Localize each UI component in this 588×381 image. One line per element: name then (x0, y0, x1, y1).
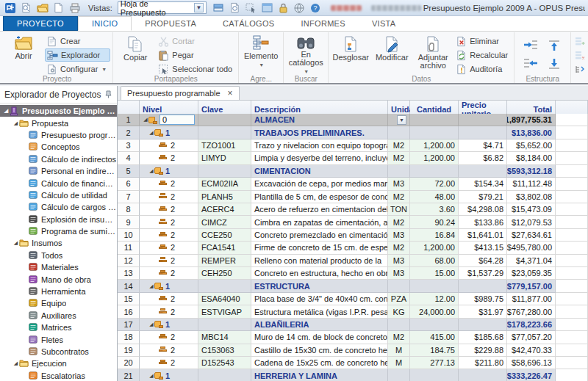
app-logo-icon[interactable] (3, 1, 17, 15)
filler-cell[interactable] (556, 331, 588, 344)
button-eliminar[interactable]: Eliminar (454, 35, 512, 48)
row-number[interactable]: 11 (118, 242, 140, 254)
cant-cell[interactable]: 1,200.00 (410, 139, 459, 152)
button-indent-right[interactable] (521, 37, 540, 54)
unidad-cell[interactable]: M2 (388, 191, 410, 203)
clave-cell[interactable] (198, 126, 251, 139)
select-cursor-icon[interactable] (244, 1, 258, 15)
filler-cell[interactable] (556, 319, 588, 331)
precio-cell[interactable]: $989.75 (459, 293, 507, 305)
cant-cell[interactable]: 68.00 (410, 255, 459, 267)
unidad-cell[interactable]: M2 (388, 139, 410, 152)
unidad-cell[interactable]: M3 (388, 178, 410, 190)
precio-cell[interactable]: $1,641.01 (459, 229, 507, 242)
cant-cell[interactable]: 1,200.00 (410, 152, 459, 164)
expand-triangle-icon[interactable]: ◢ (3, 108, 10, 114)
tree-item-fletes[interactable]: Fletes (0, 333, 117, 345)
row-number[interactable]: 16 (118, 305, 140, 318)
tree-item-ejecucion[interactable]: ◢Ejecucion (0, 358, 117, 369)
nivel-cell[interactable]: 2 (140, 344, 198, 357)
total-cell[interactable]: $5,652.00 (507, 139, 556, 152)
open-folder-small-icon[interactable] (35, 1, 49, 15)
nivel-cell[interactable]: ◢1 (140, 319, 198, 331)
button-desplegar[interactable]: Desplegar▼ (573, 62, 588, 76)
cant-cell[interactable]: 415.00 (410, 331, 459, 344)
row-number[interactable]: 9 (118, 216, 140, 228)
total-cell[interactable]: $333,226.47 (507, 369, 556, 381)
total-cell[interactable]: $11,112.48 (507, 178, 556, 190)
expand-triangle-icon[interactable]: ◢ (143, 117, 148, 123)
cant-cell[interactable] (410, 280, 459, 292)
expand-triangle-icon[interactable]: ◢ (148, 168, 154, 174)
total-cell[interactable]: $593,312.18 (507, 165, 556, 178)
row-number[interactable]: 6 (118, 178, 140, 190)
nivel-editbox[interactable]: 0 (159, 115, 195, 125)
button-configurar[interactable]: Configurar▼ (45, 62, 110, 76)
row-number[interactable]: 2 (118, 126, 140, 139)
nivel-cell[interactable]: 2 (140, 178, 198, 190)
desc-cell[interactable]: ALBAÑILERIA (251, 319, 388, 331)
tree-item-matrices[interactable]: Matrices (0, 322, 117, 333)
nivel-cell[interactable]: 2 (140, 139, 198, 152)
unidad-cell[interactable]: M2 (388, 152, 410, 164)
row-number[interactable]: 19 (118, 344, 140, 357)
cant-cell[interactable]: 16.84 (410, 229, 459, 242)
button-indent-left[interactable] (521, 56, 540, 72)
nivel-cell[interactable]: 2 (140, 357, 198, 369)
clave-cell[interactable]: ESTVIGAP (198, 305, 251, 318)
desc-cell[interactable]: Placa base de 3/4" de 40x40 cm. con 4 an… (251, 293, 388, 305)
filler-cell[interactable] (556, 344, 588, 357)
button-seleccionar-todo[interactable]: Seleccionar todo (157, 62, 236, 76)
chevron-down-icon[interactable]: ▼ (194, 3, 204, 12)
clave-cell[interactable]: ECM02IIA (198, 178, 251, 190)
tree-item-auxiliares[interactable]: Auxiliares (0, 310, 117, 322)
nivel-cell[interactable]: ◢1 (140, 126, 198, 139)
tab-inicio[interactable]: INICIO (78, 16, 132, 31)
total-cell[interactable]: $27,634.61 (507, 229, 556, 242)
row-number[interactable]: 4 (118, 152, 140, 164)
cant-cell[interactable]: 3.60 (410, 203, 459, 216)
tree-item-presupuesto-ejemplo-20[interactable]: ◢Presupuesto Ejemplo 20... (0, 105, 117, 117)
tab-catalogos[interactable]: CATÁLOGOS (209, 16, 287, 31)
row-number[interactable]: 21 (118, 369, 140, 381)
tree-item-propuesta[interactable]: ◢Propuesta (0, 117, 117, 128)
total-cell[interactable]: $58,696.13 (507, 357, 556, 369)
filler-cell[interactable] (556, 229, 588, 242)
pin-icon[interactable] (104, 90, 112, 98)
tree-item-todos[interactable]: Todos (0, 250, 117, 261)
clave-cell[interactable]: D152543 (198, 357, 251, 369)
tree-item-explosion-de-insumos[interactable]: Explosión de insumos (0, 214, 117, 225)
clave-cell[interactable]: LIMYD (198, 152, 251, 164)
filler-cell[interactable] (556, 280, 588, 292)
row-number[interactable]: 5 (118, 165, 140, 178)
unidad-cell[interactable]: M (388, 357, 410, 369)
clave-cell[interactable] (198, 280, 251, 292)
unidad-cell[interactable]: ▼ (388, 114, 410, 126)
tree-item-calculo-de-utilidad[interactable]: Cálculo de utilidad (0, 189, 117, 201)
precio-cell[interactable]: $64.28 (459, 255, 507, 267)
precio-cell[interactable]: $79.21 (459, 191, 507, 203)
total-cell[interactable]: $1,897,755.31 (507, 114, 556, 126)
filler-cell[interactable] (556, 293, 588, 305)
tree-item-conceptos[interactable]: Conceptos (0, 141, 117, 153)
filler-cell[interactable] (556, 126, 588, 139)
tab-proyecto[interactable]: PROYECTO (3, 16, 78, 31)
filler-cell[interactable] (556, 242, 588, 254)
expand-triangle-icon[interactable]: ◢ (148, 322, 154, 327)
clave-cell[interactable]: CIMCZ (198, 216, 251, 228)
tree-item-personal-en-indirectos[interactable]: Personal en indirectos (0, 165, 117, 177)
row-number[interactable]: 13 (118, 267, 140, 280)
desc-cell[interactable]: TRABAJOS PRELIMINARES. (251, 126, 388, 139)
total-cell[interactable]: $4,371.04 (507, 255, 556, 267)
unidad-cell[interactable]: TON (388, 203, 410, 216)
tree-item-equipo[interactable]: Equipo (0, 297, 117, 309)
row-number[interactable]: 14 (118, 280, 140, 292)
cant-cell[interactable]: 24,000.00 (410, 305, 459, 318)
precio-cell[interactable]: $211.80 (459, 357, 507, 369)
clave-cell[interactable]: CEH250 (198, 267, 251, 280)
row-number[interactable]: 17 (118, 319, 140, 331)
clave-cell[interactable] (198, 165, 251, 178)
precio-cell[interactable]: $4,298.08 (459, 203, 507, 216)
unidad-cell[interactable]: M3 (388, 267, 410, 280)
button-en-catalogos[interactable]: En catálogos▼ (286, 33, 326, 76)
